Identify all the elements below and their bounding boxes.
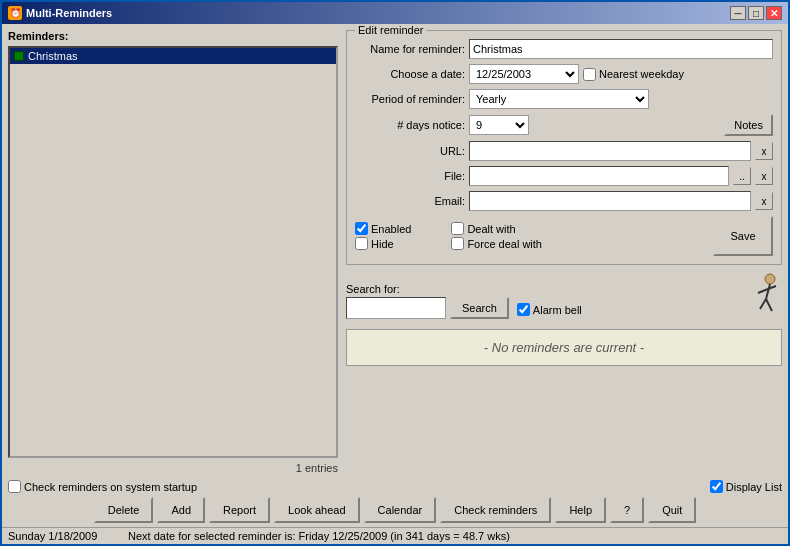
save-button[interactable]: Save: [713, 216, 773, 256]
entries-count: 1 entries: [8, 462, 338, 474]
url-clear-button[interactable]: x: [755, 142, 773, 160]
report-button[interactable]: Report: [209, 497, 270, 523]
file-clear-button[interactable]: x: [755, 167, 773, 185]
display-list-label: Display List: [710, 480, 782, 493]
hide-label: Hide: [355, 237, 411, 250]
search-form: Search for: Search: [346, 283, 509, 319]
close-button[interactable]: ✕: [766, 6, 782, 20]
url-row: URL: x: [355, 141, 773, 161]
svg-line-4: [758, 289, 768, 293]
file-browse-button[interactable]: ..: [733, 167, 751, 185]
left-panel: Reminders: Christmas 1 entries: [8, 30, 338, 474]
bottom-options: Check reminders on system startup Displa…: [2, 480, 788, 493]
reminder-dot: [14, 51, 24, 61]
main-content: Reminders: Christmas 1 entries Edit remi…: [2, 24, 788, 480]
edit-reminder-group: Edit reminder Name for reminder: Choose …: [346, 30, 782, 265]
file-row: File: .. x: [355, 166, 773, 186]
search-input-row: Search: [346, 297, 509, 319]
svg-line-1: [766, 284, 770, 299]
status-bar: Sunday 1/18/2009 Next date for selected …: [2, 527, 788, 544]
name-label: Name for reminder:: [355, 43, 465, 55]
maximize-button[interactable]: □: [748, 6, 764, 20]
reminders-list[interactable]: Christmas: [8, 46, 338, 458]
no-reminders-box: - No reminders are current -: [346, 329, 782, 366]
checkboxes-save-row: Enabled Hide Dealt with: [355, 216, 773, 256]
notes-button[interactable]: Notes: [724, 114, 773, 136]
date-row: Choose a date: 12/25/2003 Nearest weekda…: [355, 64, 773, 84]
days-notice-label: # days notice:: [355, 119, 465, 131]
force-deal-checkbox[interactable]: [451, 237, 464, 250]
svg-point-0: [765, 274, 775, 284]
name-input[interactable]: [469, 39, 773, 59]
right-panel: Edit reminder Name for reminder: Choose …: [346, 30, 782, 474]
no-reminders-text: - No reminders are current -: [484, 340, 644, 355]
date-select[interactable]: 12/25/2003: [469, 64, 579, 84]
help-button[interactable]: Help: [555, 497, 606, 523]
period-label: Period of reminder:: [355, 93, 465, 105]
titlebar-buttons: ─ □ ✕: [730, 6, 782, 20]
question-button[interactable]: ?: [610, 497, 644, 523]
enabled-checkbox[interactable]: [355, 222, 368, 235]
minimize-button[interactable]: ─: [730, 6, 746, 20]
nearest-weekday-checkbox[interactable]: [583, 68, 596, 81]
reminder-item[interactable]: Christmas: [10, 48, 336, 64]
email-label: Email:: [355, 195, 465, 207]
titlebar-left: ⏰ Multi-Reminders: [8, 6, 112, 20]
dealt-with-checkbox[interactable]: [451, 222, 464, 235]
alarm-bell-checkbox[interactable]: [517, 303, 530, 316]
enabled-label: Enabled: [355, 222, 411, 235]
file-input[interactable]: [469, 166, 729, 186]
checkboxes-right: Dealt with Force deal with: [451, 222, 542, 250]
app-icon: ⏰: [8, 6, 22, 20]
check-startup-label: Check reminders on system startup: [8, 480, 197, 493]
svg-line-3: [766, 299, 772, 311]
email-row: Email: x: [355, 191, 773, 211]
checkboxes-group: Enabled Hide Dealt with: [355, 222, 542, 250]
reminders-label: Reminders:: [8, 30, 338, 42]
reminder-name: Christmas: [28, 50, 78, 62]
file-label: File:: [355, 170, 465, 182]
hide-checkbox[interactable]: [355, 237, 368, 250]
period-row: Period of reminder: Once Daily Weekly Mo…: [355, 89, 773, 109]
dealt-with-label: Dealt with: [451, 222, 542, 235]
force-deal-label: Force deal with: [451, 237, 542, 250]
svg-line-2: [760, 299, 766, 309]
days-notice-row: # days notice: 1234 5678 9101421 Notes: [355, 114, 773, 136]
toolbar: Delete Add Report Look ahead Calendar Ch…: [2, 493, 788, 527]
url-input[interactable]: [469, 141, 751, 161]
email-clear-button[interactable]: x: [755, 192, 773, 210]
period-select[interactable]: Once Daily Weekly Monthly Yearly: [469, 89, 649, 109]
titlebar: ⏰ Multi-Reminders ─ □ ✕: [2, 2, 788, 24]
quit-button[interactable]: Quit: [648, 497, 696, 523]
nearest-weekday-label: Nearest weekday: [583, 68, 684, 81]
add-button[interactable]: Add: [157, 497, 205, 523]
alarm-bell-label: Alarm bell: [517, 303, 582, 316]
email-input[interactable]: [469, 191, 751, 211]
url-label: URL:: [355, 145, 465, 157]
calendar-button[interactable]: Calendar: [364, 497, 437, 523]
check-reminders-button[interactable]: Check reminders: [440, 497, 551, 523]
name-row: Name for reminder:: [355, 39, 773, 59]
look-ahead-button[interactable]: Look ahead: [274, 497, 360, 523]
display-list-checkbox[interactable]: [710, 480, 723, 493]
check-startup-checkbox[interactable]: [8, 480, 21, 493]
checkboxes-left: Enabled Hide: [355, 222, 411, 250]
date-label: Choose a date:: [355, 68, 465, 80]
edit-reminder-legend: Edit reminder: [355, 24, 426, 36]
search-label: Search for:: [346, 283, 509, 295]
search-button[interactable]: Search: [450, 297, 509, 319]
status-date: Sunday 1/18/2009: [8, 530, 108, 542]
main-window: ⏰ Multi-Reminders ─ □ ✕ Reminders: Chris…: [0, 0, 790, 546]
status-next-date: Next date for selected reminder is: Frid…: [128, 530, 510, 542]
window-title: Multi-Reminders: [26, 7, 112, 19]
search-area: Search for: Search Alarm bell: [346, 271, 782, 319]
days-notice-select[interactable]: 1234 5678 9101421: [469, 115, 529, 135]
figure-icon: [734, 271, 782, 319]
delete-button[interactable]: Delete: [94, 497, 154, 523]
search-input[interactable]: [346, 297, 446, 319]
